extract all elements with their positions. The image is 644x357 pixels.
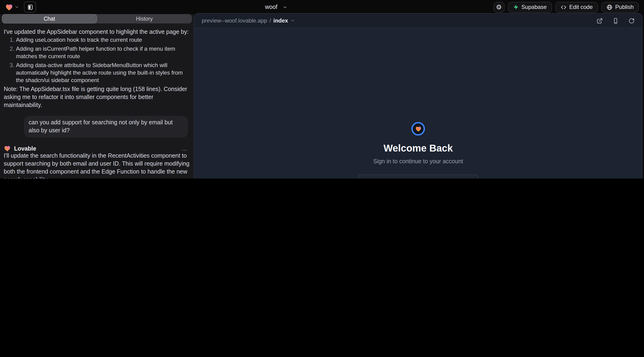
assistant-note: Note: The AppSidebar.tsx file is getting… — [4, 86, 190, 109]
project-name: woof — [265, 4, 278, 10]
preview-url-bar[interactable]: preview--woof.lovable.app / index — [194, 14, 642, 28]
gear-icon: ⚙ — [496, 4, 502, 10]
login-subtitle: Sign in to continue to your account — [373, 158, 463, 165]
tab-history[interactable]: History — [97, 14, 192, 24]
mobile-view-icon[interactable] — [612, 18, 619, 24]
url-separator: / — [270, 17, 271, 24]
chevron-down-icon — [14, 5, 19, 10]
assistant-paragraph: I'll update the search functionality in … — [4, 152, 190, 178]
more-options-icon[interactable]: … — [182, 145, 188, 152]
preview-content: Welcome Back Sign in to continue to your… — [194, 28, 642, 178]
supabase-button[interactable]: Supabase — [508, 2, 552, 12]
lovable-heart-icon — [5, 3, 13, 11]
code-icon — [560, 4, 566, 10]
publish-button[interactable]: Publish — [601, 2, 639, 12]
assistant-paragraph: I've updated the AppSidebar component to… — [4, 28, 190, 36]
login-card: Welcome Back Sign in to continue to your… — [358, 28, 478, 178]
chat-panel: Chat History I've updated the AppSidebar… — [0, 14, 194, 178]
mail-icon — [362, 178, 368, 178]
supabase-label: Supabase — [521, 4, 547, 10]
tab-chat[interactable]: Chat — [2, 14, 97, 24]
user-message-bubble: can you add support for searching not on… — [24, 116, 188, 138]
supabase-bolt-icon — [513, 4, 518, 10]
open-in-new-tab-icon[interactable] — [597, 18, 603, 24]
lovable-heart-icon — [4, 145, 11, 152]
user-message-text: can you add support for searching not on… — [28, 119, 184, 135]
sidebar-panel-icon — [27, 4, 33, 10]
refresh-icon[interactable] — [628, 18, 634, 24]
top-bar: woof ⚙ Supabase Edit code Publish — [0, 0, 644, 14]
heart-icon — [415, 126, 422, 132]
preview-panel: preview--woof.lovable.app / index Welcom… — [194, 13, 642, 178]
chevron-down-icon — [282, 4, 288, 10]
chevron-down-icon — [290, 18, 295, 23]
preview-url-host: preview--woof.lovable.app — [202, 17, 267, 24]
preview-actions — [597, 18, 634, 24]
email-field-wrap — [358, 174, 478, 178]
chat-messages[interactable]: I've updated the AppSidebar component to… — [0, 25, 194, 178]
app-window: woof ⚙ Supabase Edit code Publish — [0, 0, 644, 178]
edit-code-label: Edit code — [569, 4, 593, 10]
edit-code-button[interactable]: Edit code — [555, 2, 598, 12]
publish-label: Publish — [615, 4, 634, 10]
toggle-sidebar-button[interactable] — [24, 2, 36, 13]
chat-history-tabs: Chat History — [2, 14, 192, 24]
login-title: Welcome Back — [384, 142, 453, 154]
list-item: Adding useLocation hook to track the cur… — [16, 36, 190, 44]
preview-url-page: index — [274, 17, 288, 24]
app-logo — [411, 122, 425, 136]
list-item: Adding data-active attribute to SidebarM… — [16, 62, 190, 84]
email-field[interactable] — [358, 174, 478, 178]
assistant-header: Lovable … — [4, 145, 190, 152]
assistant-name: Lovable — [14, 145, 36, 152]
topbar-actions: ⚙ Supabase Edit code Publish — [493, 2, 639, 12]
list-item: Adding an isCurrentPath helper function … — [16, 45, 190, 60]
settings-button[interactable]: ⚙ — [493, 2, 504, 12]
project-switcher[interactable]: woof — [265, 0, 288, 14]
assistant-list: Adding useLocation hook to track the cur… — [4, 36, 190, 86]
lovable-logo-menu[interactable] — [5, 3, 19, 11]
globe-icon — [606, 4, 612, 10]
